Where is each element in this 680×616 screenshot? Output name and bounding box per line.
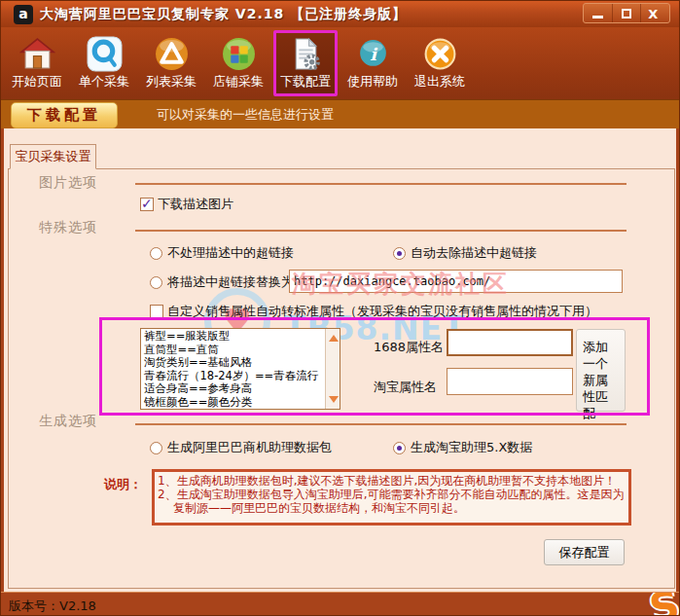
divider: [135, 230, 626, 232]
minimize-icon: [592, 16, 603, 18]
no-process-link-label: 不处理描述中的超链接: [167, 244, 294, 262]
toolbar-item-label: 开始页面: [12, 74, 62, 89]
list-item[interactable]: 青春流行（18-24岁）==青春流行: [144, 370, 324, 383]
toolbar-item-shop-collect[interactable]: 店铺采集: [206, 30, 270, 96]
section-label-image-options: 图片选项: [39, 174, 97, 192]
toolbar-item-list-collect[interactable]: 列表采集: [139, 30, 203, 96]
save-config-button[interactable]: 保存配置: [544, 539, 625, 565]
divider: [135, 423, 626, 425]
close-icon: X: [648, 7, 658, 21]
listbox-scrollbar[interactable]: [325, 329, 340, 409]
info-icon: i: [355, 36, 391, 72]
replace-link-radio[interactable]: [150, 276, 162, 289]
section-label-special-options: 特殊选项: [39, 219, 97, 236]
window-controls: X: [583, 3, 670, 23]
status-bar: 版本号：V2.18 S: [1, 592, 679, 616]
toolbar-item-label: 下载配置: [280, 74, 331, 89]
add-attr-match-button[interactable]: 添加一个新属性匹配: [576, 329, 626, 412]
download-desc-images-row: ✓ 下载描述图片: [140, 196, 233, 213]
home-icon: [19, 36, 55, 72]
app-logo-icon: a: [14, 5, 33, 24]
radio-dot-icon: [397, 251, 402, 256]
scroll-up-icon[interactable]: [329, 335, 339, 342]
section-banner: 下载配置 可以对采集的一些信息进行设置: [1, 99, 679, 128]
list-item[interactable]: 直筒型==直筒: [144, 344, 324, 357]
note-label: 说明：: [104, 476, 142, 493]
document-gear-icon: [288, 36, 324, 72]
maximize-button[interactable]: [613, 4, 642, 22]
toolbar-item-label: 店铺采集: [213, 74, 264, 89]
divider: [135, 183, 626, 185]
tab-item-collect-settings[interactable]: 宝贝采集设置: [10, 144, 96, 169]
magnifier-icon: [87, 36, 123, 72]
gen-taobao-radio[interactable]: [393, 442, 406, 454]
radio-dot-icon: [397, 446, 402, 451]
download-desc-images-label: 下载描述图片: [158, 196, 233, 213]
toolbar-item-help[interactable]: i 使用帮助: [340, 30, 405, 96]
s-logo-icon: S: [646, 592, 679, 616]
list-item[interactable]: 镜框颜色==颜色分类: [144, 396, 324, 410]
toolbar-item-download-config[interactable]: 下载配置: [273, 30, 338, 96]
attr-taobao-label: 淘宝属性名: [374, 379, 437, 396]
note-line: 2、生成淘宝助理数据包导入淘宝助理后,可能需要补齐部分不能自动匹配的属性。这是因…: [158, 488, 626, 515]
toolbar-item-label: 使用帮助: [347, 74, 398, 89]
no-process-link-radio[interactable]: [150, 247, 162, 260]
gen-taobao-label: 生成淘宝助理5.X数据: [411, 439, 532, 456]
attr-mapping-listbox[interactable]: 裤型==服装版型 直筒型==直筒 淘货类别==基础风格 青春流行（18-24岁）…: [140, 328, 340, 410]
toolbar-item-label: 列表采集: [146, 74, 197, 89]
scroll-down-icon[interactable]: [329, 396, 339, 403]
main-content: ♥ TB58.NET 宝贝采集设置 图片选项 ✓ 下载描述图片 特殊选项 不处理…: [4, 128, 676, 592]
attr-taobao-input[interactable]: [447, 368, 573, 395]
banner-tab-download-config[interactable]: 下载配置: [11, 102, 118, 128]
version-label: 版本号：V2.18: [9, 598, 96, 615]
custom-attr-row: 自定义销售属性自动转标准属性（发现采集的宝贝没有销售属性的情况下用）: [150, 303, 597, 320]
toolbar-item-start-page[interactable]: 开始页面: [5, 30, 69, 96]
gen-alibaba-row: 生成阿里巴巴商机助理数据包: [150, 439, 332, 456]
list-item[interactable]: 适合身高==参考身高: [144, 382, 324, 396]
gen-alibaba-label: 生成阿里巴巴商机助理数据包: [167, 439, 332, 456]
check-icon: ✓: [141, 196, 153, 211]
auto-remove-link-radio[interactable]: [393, 247, 406, 260]
list-item[interactable]: 裤型==服装版型: [144, 330, 324, 344]
banner-description: 可以对采集的一些信息进行设置: [157, 100, 334, 129]
exit-x-icon: [422, 36, 458, 72]
window-title: 大淘营阿里巴巴宝贝复制专家 V2.18 【已注册终身版】: [40, 6, 407, 23]
toolbar-item-single-collect[interactable]: 单个采集: [72, 30, 136, 96]
toolbar-item-label: 单个采集: [79, 74, 129, 89]
no-process-link-row: 不处理描述中的超链接: [150, 244, 294, 262]
attr-1688-label: 1688属性名: [374, 339, 444, 356]
replace-link-label: 将描述中超链接替换为：: [167, 273, 306, 291]
auto-remove-link-label: 自动去除描述中超链接: [411, 244, 537, 262]
gen-alibaba-radio[interactable]: [150, 442, 162, 454]
title-bar: a 大淘营阿里巴巴宝贝复制专家 V2.18 【已注册终身版】 X: [1, 1, 679, 27]
close-button[interactable]: X: [641, 4, 669, 22]
minimize-button[interactable]: [584, 4, 613, 22]
app-window: a 大淘营阿里巴巴宝贝复制专家 V2.18 【已注册终身版】 X 开始页面 单个…: [0, 0, 680, 616]
custom-attr-label: 自定义销售属性自动转标准属性（发现采集的宝贝没有销售属性的情况下用）: [167, 303, 597, 320]
note-line: 1、生成商机助理数据包时,建议不选下载描述图片,因为现在商机助理暂不支持本地图片…: [158, 474, 626, 488]
list-item[interactable]: 淘货类别==基础风格: [144, 356, 324, 370]
toolbar-item-exit[interactable]: 退出系统: [408, 30, 472, 96]
triangle-icon: [154, 36, 190, 72]
maximize-icon: [622, 9, 631, 18]
auto-remove-link-row: 自动去除描述中超链接: [393, 244, 537, 262]
toolbar-item-label: 退出系统: [414, 74, 465, 89]
attr-1688-input[interactable]: [447, 329, 573, 356]
gen-taobao-row: 生成淘宝助理5.X数据: [393, 439, 532, 456]
download-desc-images-checkbox[interactable]: ✓: [140, 198, 154, 211]
replace-link-row: 将描述中超链接替换为：: [150, 273, 306, 291]
toolbar: 开始页面 单个采集 列表采集: [1, 27, 679, 99]
replace-url-input[interactable]: [289, 270, 623, 293]
section-label-generate-options: 生成选项: [39, 413, 97, 430]
shop-squares-icon: [221, 36, 257, 72]
note-box: 1、生成商机助理数据包时,建议不选下载描述图片,因为现在商机助理暂不支持本地图片…: [152, 469, 631, 525]
custom-attr-checkbox[interactable]: [150, 305, 163, 318]
